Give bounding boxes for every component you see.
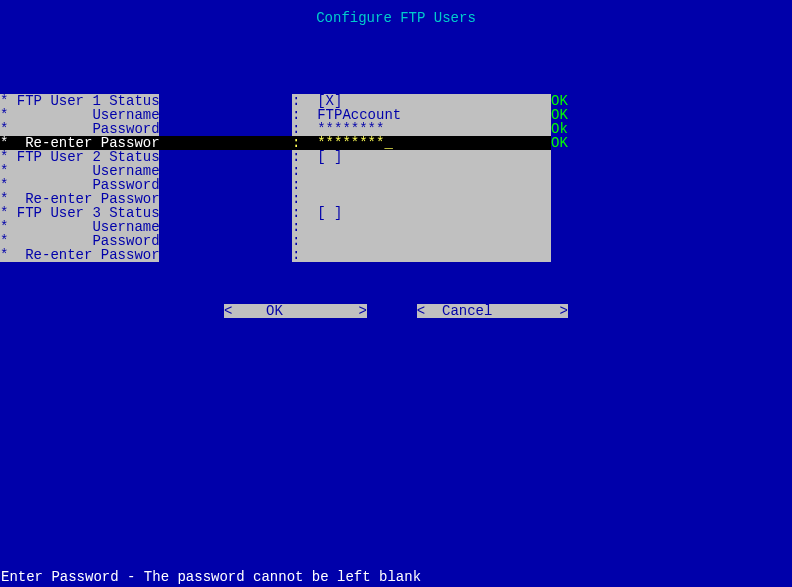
value-user3-reenter[interactable]: :: [292, 248, 551, 262]
header-bar: Configure FTP Users: [0, 0, 792, 53]
gap: [159, 206, 292, 220]
gap: [159, 220, 292, 234]
label-user3-status: * FTP User 3 Status: [0, 206, 159, 220]
row-user1-status: * FTP User 1 Status : [X] OK: [0, 94, 792, 108]
value-user1-username[interactable]: : FTPAccount: [292, 108, 551, 122]
label-user1-status: * FTP User 1 Status: [0, 94, 159, 108]
value-user3-status[interactable]: : [ ]: [292, 206, 551, 220]
page-title: Configure FTP Users: [316, 10, 476, 26]
footer-hint: Enter Password - The password cannot be …: [0, 557, 792, 587]
status-user1-status: OK: [551, 94, 568, 108]
status-user1-username: OK: [551, 108, 568, 122]
value-user1-status[interactable]: : [X]: [292, 94, 551, 108]
row-user3-password: * Password :: [0, 234, 792, 248]
label-user3-password: * Password: [0, 234, 159, 248]
value-user3-username[interactable]: :: [292, 220, 551, 234]
gap: [159, 94, 292, 108]
row-user2-reenter: * Re-enter Password :: [0, 192, 792, 206]
gap: [159, 150, 292, 164]
label-user1-username: * Username: [0, 108, 159, 122]
row-user1-username: * Username : FTPAccount OK: [0, 108, 792, 122]
row-user1-reenter: * Re-enter Password : ********_ OK: [0, 136, 792, 150]
row-user2-username: * Username :: [0, 164, 792, 178]
value-user2-password[interactable]: :: [292, 178, 551, 192]
label-user1-password: * Password: [0, 122, 159, 136]
value-user1-password[interactable]: : ********: [292, 122, 551, 136]
status-user1-password: Ok: [551, 122, 568, 136]
value-user3-password[interactable]: :: [292, 234, 551, 248]
label-user2-username: * Username: [0, 164, 159, 178]
row-user3-reenter: * Re-enter Password :: [0, 248, 792, 262]
form-area: * FTP User 1 Status : [X] OK * Username …: [0, 94, 792, 262]
label-user2-password: * Password: [0, 178, 159, 192]
gap: [159, 248, 292, 262]
gap: [159, 136, 292, 150]
gap: [159, 108, 292, 122]
button-bar: < OK > < Cancel >: [0, 304, 792, 318]
gap: [159, 234, 292, 248]
label-user2-reenter: * Re-enter Password: [0, 192, 159, 206]
value-user2-reenter[interactable]: :: [292, 192, 551, 206]
label-user1-reenter: * Re-enter Password: [0, 136, 159, 150]
gap: [159, 122, 292, 136]
value-user1-reenter[interactable]: : ********_: [292, 136, 551, 150]
row-user2-status: * FTP User 2 Status : [ ]: [0, 150, 792, 164]
label-user2-status: * FTP User 2 Status: [0, 150, 159, 164]
value-user2-username[interactable]: :: [292, 164, 551, 178]
row-user3-username: * Username :: [0, 220, 792, 234]
row-user3-status: * FTP User 3 Status : [ ]: [0, 206, 792, 220]
cancel-button[interactable]: < Cancel >: [417, 304, 568, 318]
gap: [159, 192, 292, 206]
ok-button[interactable]: < OK >: [224, 304, 367, 318]
status-user1-reenter: OK: [551, 136, 568, 150]
gap: [159, 164, 292, 178]
gap: [159, 178, 292, 192]
value-user2-status[interactable]: : [ ]: [292, 150, 551, 164]
label-user3-reenter: * Re-enter Password: [0, 248, 159, 262]
row-user1-password: * Password : ******** Ok: [0, 122, 792, 136]
row-user2-password: * Password :: [0, 178, 792, 192]
label-user3-username: * Username: [0, 220, 159, 234]
